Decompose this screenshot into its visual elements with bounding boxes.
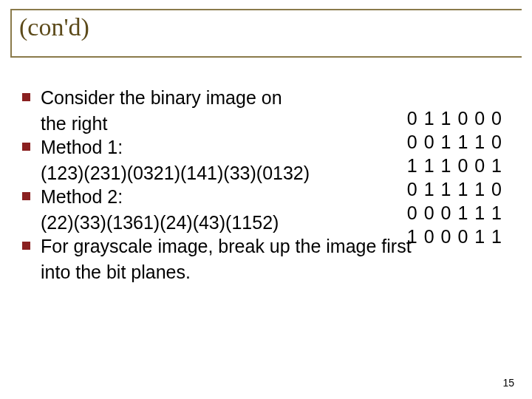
slide-title: (con'd) (19, 13, 89, 41)
matrix-row: 0 0 0 1 1 1 (407, 202, 502, 223)
bullet-icon (22, 93, 30, 101)
page-number: 15 (502, 377, 514, 389)
binary-matrix: 0 1 1 0 0 0 0 0 1 1 1 0 1 1 1 0 0 1 0 1 … (407, 106, 502, 248)
bullet-icon (22, 192, 30, 200)
bullet-text: Consider the binary image on (41, 86, 282, 110)
matrix-row: 0 0 1 1 1 0 (407, 132, 502, 152)
matrix-row: 1 0 0 0 1 1 (407, 226, 502, 247)
bullet-text: Method 1: (41, 135, 123, 160)
slide: (con'd) Consider the binary image on the… (0, 0, 532, 399)
bullet-icon (22, 242, 30, 250)
title-container: (con'd) (10, 9, 522, 58)
bullet-continuation: into the bit planes. (41, 260, 510, 284)
bullet-icon (22, 143, 30, 151)
matrix-row: 1 1 1 0 0 1 (407, 155, 502, 176)
matrix-row: 0 1 1 1 1 0 (407, 179, 502, 200)
bullet-text: For grayscale image, break up the image … (41, 234, 412, 259)
bullet-text: Method 2: (41, 185, 123, 209)
matrix-row: 0 1 1 0 0 0 (407, 108, 502, 129)
